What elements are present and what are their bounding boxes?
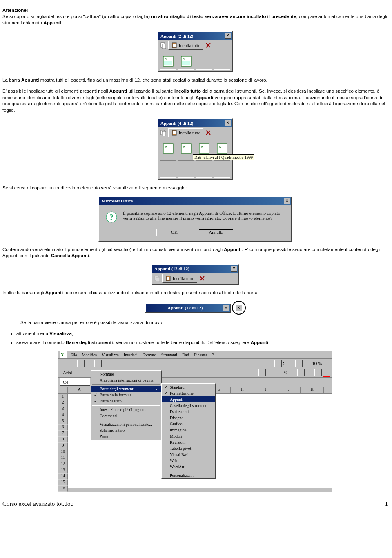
paste-all-button[interactable]: Incolla tutto xyxy=(162,274,197,283)
menu-item[interactable]: Schermo intero xyxy=(91,427,161,434)
para-6: Inoltre la barra degli Appunti può esser… xyxy=(2,290,388,296)
close-icon[interactable]: × xyxy=(236,305,242,311)
menu-item[interactable]: Inserisci xyxy=(121,353,140,357)
toolbar-button[interactable] xyxy=(69,360,76,367)
menu-item[interactable]: Web xyxy=(162,458,215,464)
ok-button[interactable]: OK xyxy=(156,229,192,236)
menu-item[interactable]: Moduli xyxy=(162,433,215,439)
toolbar-button[interactable] xyxy=(86,360,93,367)
close-icon[interactable]: × xyxy=(225,33,231,39)
row-header[interactable]: 4 xyxy=(58,412,68,418)
cancel-button[interactable]: Annulla xyxy=(198,229,234,236)
clipboard-item[interactable]: X xyxy=(178,140,194,157)
clipboard-item[interactable]: X xyxy=(160,140,176,157)
menu-item[interactable]: Commenti xyxy=(91,413,161,419)
row-header[interactable]: 15 xyxy=(58,480,68,486)
row-header[interactable]: 11 xyxy=(58,455,68,461)
menu-item[interactable]: Barra della formula xyxy=(91,392,161,398)
copy-icon[interactable] xyxy=(160,129,167,136)
menu-item[interactable]: Tabella pivot xyxy=(162,445,215,451)
copy-icon[interactable] xyxy=(160,42,167,49)
clear-icon[interactable] xyxy=(205,129,212,136)
menu-item[interactable]: Casella degli strumenti xyxy=(162,402,215,409)
spreadsheet-area[interactable]: NormaleAnteprima interruzioni di paginaB… xyxy=(68,394,332,488)
row-header[interactable]: 7 xyxy=(58,431,68,437)
toolbar-button[interactable] xyxy=(287,360,294,367)
menu-item[interactable]: Normale xyxy=(91,371,161,377)
toolbar-button[interactable] xyxy=(60,360,67,367)
menu-item[interactable]: Zoom... xyxy=(91,434,161,440)
row-header[interactable]: 8 xyxy=(58,437,68,443)
menu-item[interactable]: Dati xyxy=(180,353,192,357)
menu-item[interactable]: Visualizza xyxy=(99,353,121,357)
row-header[interactable]: 2 xyxy=(58,400,68,406)
menu-item[interactable]: Disegno xyxy=(162,415,215,421)
toolbar-button[interactable] xyxy=(306,369,313,376)
menu-item[interactable]: WordArt xyxy=(162,464,215,470)
toolbar-button[interactable] xyxy=(266,360,273,367)
font-color-button[interactable] xyxy=(323,369,330,377)
menu-item[interactable]: ? xyxy=(210,353,216,357)
row-header[interactable]: 16 xyxy=(58,486,68,492)
menu-item[interactable]: Formato xyxy=(140,353,159,357)
row-header[interactable]: 14 xyxy=(58,474,68,480)
clear-icon[interactable] xyxy=(205,42,212,49)
close-icon[interactable]: × xyxy=(225,120,231,126)
menu-item[interactable]: Personalizza... xyxy=(162,472,215,478)
menu-item[interactable]: Dati esterni xyxy=(162,409,215,415)
toolbar-button[interactable] xyxy=(258,369,266,376)
row-header[interactable]: 9 xyxy=(58,443,68,449)
menu-item[interactable]: Visual Basic xyxy=(162,451,215,458)
menu-item[interactable]: Standard xyxy=(162,384,215,390)
svg-rect-1 xyxy=(162,44,166,49)
clipboard-item[interactable]: X xyxy=(178,53,194,70)
toolbar-button[interactable] xyxy=(274,360,282,367)
close-icon[interactable]: × xyxy=(231,266,237,272)
toolbar-button[interactable] xyxy=(304,360,311,367)
name-box[interactable]: C4 xyxy=(60,378,90,386)
column-header[interactable]: I xyxy=(254,387,277,393)
menu-item[interactable]: Barre degli strumenti ▸ xyxy=(91,386,161,392)
row-header[interactable]: 3 xyxy=(58,406,68,412)
menu-item[interactable]: Appunti xyxy=(162,396,215,402)
toolbar-button[interactable] xyxy=(295,360,303,367)
column-header[interactable]: J xyxy=(277,387,301,393)
row-header[interactable]: 12 xyxy=(58,461,68,467)
menu-item[interactable]: Formattazione xyxy=(162,390,215,396)
toolbar-button[interactable] xyxy=(289,369,296,376)
toolbar-button[interactable] xyxy=(323,360,330,367)
menu-item[interactable]: Anteprima interruzioni di pagina xyxy=(91,377,161,383)
menu-item[interactable]: Intestazione e piè di pagina... xyxy=(91,407,161,413)
row-header[interactable]: 1 xyxy=(58,394,68,400)
menu-item[interactable]: Immagine xyxy=(162,427,215,433)
toolbar-button[interactable] xyxy=(94,360,102,367)
column-header[interactable]: A xyxy=(68,387,91,393)
column-header[interactable]: K xyxy=(301,387,324,393)
clear-icon[interactable] xyxy=(199,275,205,282)
close-icon[interactable]: × xyxy=(223,305,229,311)
toolbar-button[interactable] xyxy=(267,369,274,376)
menu-item[interactable]: Finestra xyxy=(192,353,209,357)
row-header[interactable]: 6 xyxy=(58,425,68,431)
clipboard-empty xyxy=(178,160,194,178)
row-header[interactable]: 5 xyxy=(58,418,68,425)
clipboard-item[interactable]: X xyxy=(160,53,176,70)
toolbar-button[interactable] xyxy=(276,369,283,376)
menu-item[interactable]: Strumenti xyxy=(159,353,180,357)
menu-item[interactable]: Barra di stato xyxy=(91,398,161,404)
toolbar-button[interactable] xyxy=(297,369,305,376)
toolbar-button[interactable] xyxy=(314,369,322,376)
paste-all-button[interactable]: Incolla tutto xyxy=(168,41,203,50)
menu-item[interactable]: Visualizzazioni personalizzate... xyxy=(91,421,161,427)
menu-item[interactable]: Grafico xyxy=(162,421,215,427)
svg-rect-3 xyxy=(173,44,176,47)
row-header[interactable]: 10 xyxy=(58,449,68,455)
paste-all-button[interactable]: Incolla tutto xyxy=(168,128,203,137)
menu-item[interactable]: Revisioni xyxy=(162,439,215,445)
toolbar-button[interactable] xyxy=(77,360,85,367)
column-header[interactable]: H xyxy=(231,387,254,393)
menu-item[interactable]: Modifica xyxy=(80,353,100,357)
close-icon[interactable]: × xyxy=(284,198,290,204)
menu-item[interactable]: File xyxy=(68,353,80,357)
row-header[interactable]: 13 xyxy=(58,467,68,474)
